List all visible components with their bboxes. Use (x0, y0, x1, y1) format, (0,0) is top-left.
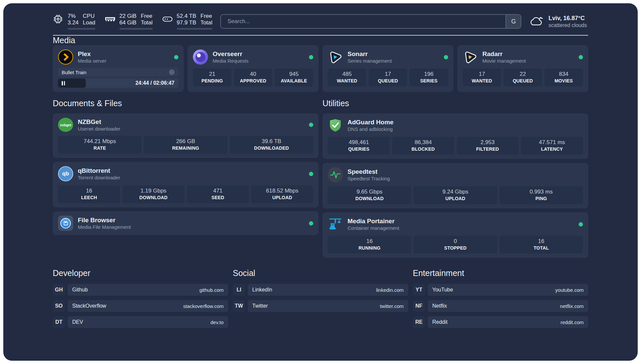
app-title: Plex (78, 50, 107, 57)
stat-blocked: 86,384BLOCKED (392, 137, 454, 155)
status-dot (174, 55, 178, 59)
cpu-metric: 7% 3.24 CPU Load (53, 13, 95, 30)
playback-time: 24:44 / 02:06:47 (136, 80, 178, 86)
memory-values: 22 GiB 64 GiB (119, 13, 137, 26)
stat-stopped: 0STOPPED (413, 236, 497, 254)
stat-approved: 40APPROVED (234, 69, 272, 86)
status-dot (309, 221, 313, 226)
search-input[interactable] (221, 15, 506, 28)
app-subtitle: Media File Management (78, 224, 131, 230)
link-netflix[interactable]: NF Netflix netflix.com (413, 300, 588, 312)
link-linkedin[interactable]: LI LinkedIn linkedin.com (233, 284, 408, 296)
ram-icon (105, 14, 115, 24)
link-badge: SO (53, 300, 65, 312)
link-github[interactable]: GH Github github.com (53, 284, 228, 296)
app-title: NZBGet (78, 118, 120, 125)
status-dot (309, 55, 313, 59)
link-badge: DT (53, 316, 65, 328)
social-links-column: Social LI LinkedIn linkedin.com TW Twitt… (233, 268, 408, 328)
pause-icon (62, 81, 63, 85)
entertainment-links-column: Entertainment YT YouTube youtube.com NF … (413, 268, 588, 328)
app-card-plex[interactable]: Plex Media server Bullet Train (53, 45, 184, 92)
link-url: github.com (199, 287, 224, 293)
link-url: netflix.com (560, 303, 584, 309)
system-metrics: 7% 3.24 CPU Load (53, 13, 212, 30)
stat-latency: 47.571 msLATENCY (521, 137, 583, 155)
app-card-overseerr[interactable]: Overseerr Media Requests 21PENDING 40APP… (188, 45, 319, 92)
app-title: AdGuard Home (348, 119, 393, 126)
stat-seed: 471SEED (187, 185, 249, 203)
camera-icon (169, 69, 175, 75)
stat-pending: 21PENDING (193, 69, 231, 86)
documents-column: Documents & Files nzbget NZBGet Usenet d… (53, 92, 319, 235)
search-bar: G (220, 14, 522, 29)
top-bar: 7% 3.24 CPU Load (53, 3, 588, 30)
playback-elapsed (58, 78, 86, 88)
stat-running: 16RUNNING (328, 236, 411, 254)
section-title-documents: Documents & Files (53, 99, 319, 108)
app-card-portainer[interactable]: Media Portainer Container management 16R… (322, 212, 588, 258)
speedtest-icon (328, 167, 343, 182)
app-subtitle: Media Requests (213, 58, 248, 64)
cpu-icon (53, 14, 63, 24)
app-subtitle: Movie management (482, 58, 526, 64)
stat-upload: 9.24 GbpsUPLOAD (413, 186, 497, 204)
status-dot (579, 55, 583, 59)
link-dev[interactable]: DT DEV dev.to (53, 316, 228, 328)
dashboard-window: 7% 3.24 CPU Load (3, 3, 638, 361)
app-card-sonarr[interactable]: Sonarr Series management 485WANTED 17QUE… (322, 45, 453, 92)
stat-upload: 618.52 MbpsUPLOAD (251, 185, 313, 203)
cpu-values: 7% 3.24 (68, 13, 78, 26)
app-card-adguard[interactable]: AdGuard Home DNS and adblocking 498,461Q… (322, 113, 588, 159)
section-title-media: Media (53, 36, 588, 45)
cloud-icon (529, 16, 544, 27)
developer-links-column: Developer GH Github github.com SO StackO… (53, 268, 228, 328)
stat-downloaded: 39.6 TBDOWNLOADED (230, 136, 313, 154)
stat-leech: 16LEECH (58, 185, 120, 203)
link-youtube[interactable]: YT YouTube youtube.com (413, 284, 588, 296)
link-url: linkedin.com (376, 287, 404, 293)
link-url: dev.to (210, 319, 224, 325)
playback-progress-bar: 24:44 / 02:06:47 (58, 78, 178, 88)
plex-icon (58, 49, 73, 65)
app-subtitle: Series management (348, 58, 392, 64)
stat-download: 9.65 GbpsDOWNLOAD (328, 186, 411, 204)
cpu-labels: CPU Load (83, 13, 95, 26)
link-twitter[interactable]: TW Twitter twitter.com (233, 300, 408, 312)
app-title: qBittorrent (78, 167, 120, 174)
stat-wanted: 17WANTED (463, 69, 501, 86)
app-card-nzbget[interactable]: nzbget NZBGet Usenet downloader 744.21 M… (53, 113, 319, 158)
app-card-radarr[interactable]: Radarr Movie management 17WANTED 22QUEUE… (457, 45, 588, 92)
link-badge: LI (233, 284, 245, 296)
search-engine-button[interactable]: G (505, 15, 521, 28)
link-url: stackoverflow.com (183, 303, 224, 309)
header-divider (53, 35, 588, 36)
app-subtitle: Torrent downloader (78, 175, 120, 180)
filebrowser-icon (58, 216, 73, 231)
link-reddit[interactable]: RE Reddit reddit.com (413, 316, 588, 328)
stat-filtered: 2,953FILTERED (457, 137, 519, 155)
overseerr-icon (193, 49, 208, 65)
app-title: File Browser (78, 217, 131, 224)
app-card-qbittorrent[interactable]: qb qBittorrent Torrent downloader 16LEEC… (53, 162, 319, 207)
now-playing-row: Bullet Train (58, 68, 178, 76)
app-card-filebrowser[interactable]: File Browser Media File Management (53, 211, 319, 235)
sonarr-icon (328, 49, 343, 65)
app-title: Radarr (482, 50, 526, 57)
storage-labels: Free Total (200, 13, 212, 26)
stat-queued: 22QUEUED (504, 69, 542, 86)
storage-progress-bar (177, 28, 212, 30)
stat-download: 1.19 GbpsDOWNLOAD (122, 185, 184, 203)
link-url: twitter.com (380, 303, 404, 309)
link-stackoverflow[interactable]: SO StackOverflow stackoverflow.com (53, 300, 228, 312)
radarr-icon (463, 49, 478, 65)
memory-progress-bar (119, 28, 153, 30)
cpu-progress-bar (68, 28, 95, 30)
link-url: youtube.com (555, 287, 584, 293)
section-title-developer: Developer (53, 268, 228, 278)
memory-labels: Free Total (141, 13, 153, 26)
memory-metric: 22 GiB 64 GiB Free Total (105, 13, 153, 30)
link-name: Github (72, 287, 88, 293)
link-badge: NF (413, 300, 425, 312)
app-card-speedtest[interactable]: Speedtest Speedtest Tracking 9.65 GbpsDO… (322, 163, 588, 208)
